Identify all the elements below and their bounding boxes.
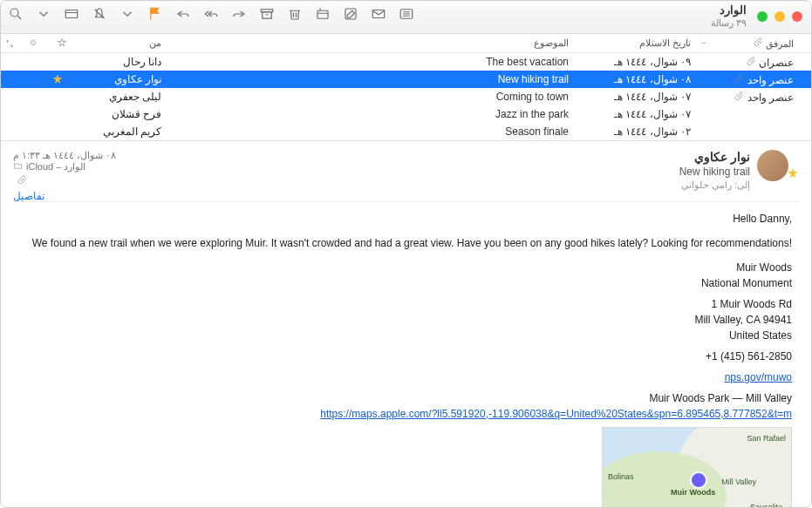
svg-line-1 — [17, 16, 21, 19]
attachment-icon — [734, 73, 744, 86]
message-row[interactable]: كريم المغربيSeason finale٠٢ شوال، ١٤٤٤ ه… — [1, 123, 811, 140]
mailboxes-icon[interactable] — [64, 6, 79, 22]
row-from: فرح قشلان — [76, 108, 170, 120]
unread-header-icon[interactable] — [28, 37, 38, 50]
minimize-button[interactable] — [774, 11, 785, 22]
date-sort-chevron[interactable] — [699, 38, 715, 49]
reply-all-icon[interactable] — [203, 6, 219, 22]
address-line-2: Mill Valley, CA 94941 — [20, 312, 792, 328]
zoom-button[interactable] — [757, 11, 768, 22]
map-label: Muir Woods — [671, 487, 715, 499]
row-date: ٠٧ شوال، ١٤٤٤ هـ — [577, 108, 699, 120]
sort-icon[interactable] — [1, 38, 18, 49]
row-subject: Coming to town — [170, 91, 577, 103]
website-link[interactable]: nps.gov/muwo — [725, 371, 792, 383]
details-link[interactable]: تفاصيل — [13, 190, 116, 202]
column-subject[interactable]: الموضوع — [170, 37, 577, 49]
column-from[interactable]: من — [76, 37, 170, 49]
map-label: San Rafael — [747, 433, 786, 445]
reply-icon[interactable] — [175, 6, 191, 22]
sidebar-icon[interactable] — [399, 6, 414, 22]
message-list: دانا رحالThe best vacation٠٩ شوال، ١٤٤٤ … — [1, 53, 811, 140]
message-preview: ٠٨ شوال، ١٤٤٤ هـ ١:٣٣ م iCloud – الوارد … — [1, 140, 811, 508]
message-row[interactable]: دانا رحالThe best vacation٠٩ شوال، ١٤٤٤ … — [1, 53, 811, 71]
row-date: ٠٧ شوال، ١٤٤٤ هـ — [577, 91, 699, 103]
trash-icon[interactable] — [287, 6, 303, 22]
row-from: نوار عكاوي — [76, 73, 170, 85]
close-button[interactable] — [792, 11, 802, 22]
preview-to: إلى: رامي حلواني — [13, 179, 750, 191]
body-paragraph: We found a new trail when we were explor… — [20, 235, 792, 251]
flag-icon[interactable] — [147, 6, 163, 22]
row-date: ٠٩ شوال، ١٤٤٤ هـ — [577, 56, 699, 68]
row-date: ٠٨ شوال، ١٤٤٤ هـ — [577, 73, 699, 85]
star-icon[interactable] — [787, 167, 799, 182]
map-label: Bolinas — [608, 471, 634, 484]
window-title: الوارد — [711, 4, 747, 17]
message-list-header: من الموضوع تاريخ الاستلام المرفق — [1, 34, 811, 53]
row-subject: Season finale — [170, 125, 577, 138]
svg-rect-2 — [65, 10, 78, 18]
place-name-2: National Monument — [20, 275, 792, 291]
place-name-1: Muir Woods — [20, 260, 792, 275]
new-mail-icon[interactable] — [371, 6, 386, 22]
chevron-down-icon-2[interactable] — [119, 6, 135, 22]
attachment-header-icon — [753, 37, 763, 49]
preview-subject: New hiking trail — [13, 166, 750, 178]
forward-icon[interactable] — [231, 6, 247, 22]
divider — [13, 201, 799, 202]
svg-point-0 — [10, 9, 18, 17]
window-controls — [757, 11, 802, 22]
row-subject: Jazz in the park — [170, 108, 577, 120]
message-body: Hello Danny, We found a new trail when w… — [13, 211, 799, 508]
svg-rect-10 — [317, 10, 328, 18]
column-attach[interactable]: المرفق — [715, 37, 811, 50]
toolbar — [8, 6, 414, 22]
phone: +1 (415) 561-2850 — [20, 349, 792, 364]
svg-rect-6 — [263, 12, 272, 19]
compose-icon[interactable] — [343, 6, 358, 22]
map-url-link[interactable]: https://maps.apple.com/?ll5.591920,-119.… — [320, 408, 792, 420]
search-icon[interactable] — [8, 6, 24, 22]
star-header-icon[interactable] — [57, 37, 67, 50]
svg-rect-14 — [372, 10, 385, 18]
row-attachment: عنصر واحد — [715, 91, 811, 104]
map-label: Sausalito — [750, 502, 782, 509]
message-row[interactable]: ليلى جعفريComing to town٠٧ شوال، ١٤٤٤ هـ… — [1, 88, 811, 105]
address-line-3: United States — [20, 328, 792, 343]
map-title: Muir Woods Park — Mill Valley — [20, 390, 792, 406]
mute-icon[interactable] — [92, 6, 107, 22]
titlebar: الوارد ٣٩ رسالة — [1, 1, 811, 34]
address-line-1: 1 Muir Woods Rd — [20, 296, 792, 312]
map-pin-icon — [690, 471, 707, 489]
message-row[interactable]: فرح قشلانJazz in the park٠٧ شوال، ١٤٤٤ ه… — [1, 105, 811, 123]
chevron-down-icon[interactable] — [36, 6, 51, 22]
row-from: كريم المغربي — [76, 125, 170, 138]
mail-window: الوارد ٣٩ رسالة من الموضوع تاريخ الاستلا… — [0, 0, 812, 508]
junk-icon[interactable] — [315, 6, 331, 22]
star-icon[interactable] — [49, 74, 66, 85]
row-subject: New hiking trail — [170, 73, 577, 85]
map-label: Mill Valley — [721, 477, 756, 489]
svg-marker-20 — [58, 38, 65, 46]
message-row[interactable]: نوار عكاويNew hiking trail٠٨ شوال، ١٤٤٤ … — [1, 71, 811, 88]
row-subject: The best vacation — [170, 56, 577, 68]
row-date: ٠٢ شوال، ١٤٤٤ هـ — [577, 125, 699, 138]
map-preview[interactable]: San Rafael Muir Woods Mill Valley Sausal… — [602, 427, 792, 508]
window-title-stack: الوارد ٣٩ رسالة — [711, 4, 747, 29]
svg-point-19 — [31, 40, 35, 44]
row-attachment: عنصر واحد — [715, 73, 811, 86]
svg-marker-21 — [53, 76, 61, 84]
sender-avatar[interactable] — [757, 150, 788, 181]
archive-icon[interactable] — [259, 6, 275, 22]
row-from: دانا رحال — [76, 56, 170, 68]
svg-marker-22 — [788, 169, 798, 178]
row-attachment: عنصران — [715, 56, 811, 69]
window-subtitle: ٣٩ رسالة — [711, 17, 747, 29]
body-greeting: Hello Danny, — [20, 211, 792, 227]
attachment-icon — [734, 91, 744, 104]
row-from: ليلى جعفري — [76, 91, 170, 103]
preview-header: نوار عكاوي New hiking trail إلى: رامي حل… — [13, 150, 799, 191]
column-date[interactable]: تاريخ الاستلام — [577, 37, 699, 49]
preview-from: نوار عكاوي — [13, 150, 750, 164]
